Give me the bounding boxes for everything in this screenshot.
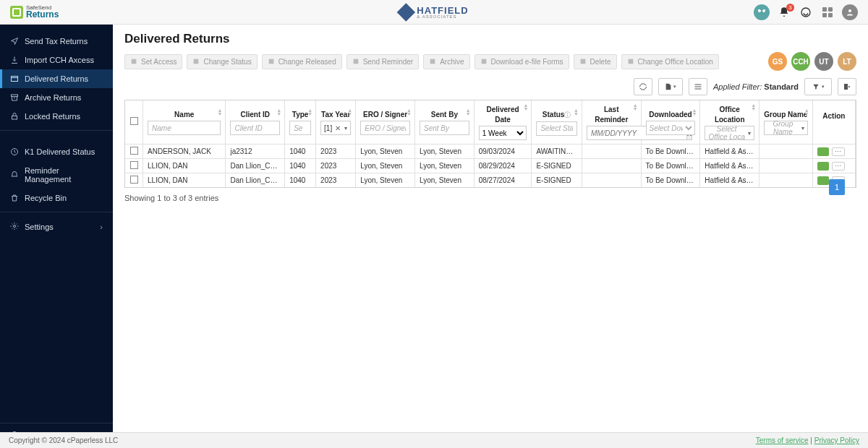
svg-rect-14 bbox=[580, 59, 585, 64]
select-all-checkbox[interactable] bbox=[130, 117, 138, 125]
col-taxyear[interactable]: Tax Year bbox=[321, 111, 350, 119]
showing-text: Showing 1 to 3 of 3 entries bbox=[124, 194, 218, 202]
col-group[interactable]: Group Name bbox=[764, 111, 807, 119]
sidebar: Send Tax ReturnsImport CCH AxcessDeliver… bbox=[0, 25, 113, 448]
col-sentby[interactable]: Sent By bbox=[431, 111, 458, 119]
svg-rect-8 bbox=[132, 59, 137, 64]
support-icon[interactable] bbox=[799, 5, 813, 20]
row-more-icon[interactable]: ⋯ bbox=[832, 162, 845, 171]
col-last-reminder[interactable]: Last Reminder bbox=[595, 105, 628, 124]
sidebar-item-locked-returns[interactable]: Locked Returns bbox=[0, 107, 113, 126]
col-type[interactable]: Type bbox=[292, 111, 309, 119]
cell-office: Hatfield & Associ... bbox=[700, 145, 760, 159]
toolbar-download-e-file-forms[interactable]: Download e-file Forms bbox=[475, 54, 569, 69]
toolbar-change-status[interactable]: Change Status bbox=[187, 54, 257, 69]
sidebar-item-label: Import CCH Axcess bbox=[25, 56, 94, 64]
sidebar-item-label: K1 Delivered Status bbox=[25, 147, 95, 156]
col-status[interactable]: Status bbox=[542, 111, 565, 119]
sidebar-item-import-cch-axcess[interactable]: Import CCH Axcess bbox=[0, 51, 113, 69]
row-action-icon[interactable] bbox=[817, 147, 829, 156]
cell-client: Dan Llion_CCH_1... bbox=[226, 173, 285, 188]
toolbar-send-reminder[interactable]: Send Reminder bbox=[346, 54, 419, 69]
applied-filter: Applied Filter: Standard bbox=[713, 82, 799, 91]
shuffle-icon bbox=[192, 58, 200, 65]
page-1-button[interactable]: 1 bbox=[829, 179, 845, 195]
box-icon bbox=[429, 58, 436, 65]
toolbar-delete[interactable]: Delete bbox=[574, 54, 617, 69]
cell-delivered: 09/03/2024 bbox=[474, 145, 532, 159]
filter-ero[interactable] bbox=[360, 121, 410, 135]
cell-lastreminder bbox=[582, 159, 641, 173]
brand-logo[interactable]: SafeSend Returns bbox=[10, 5, 59, 19]
toolbar-set-access[interactable]: Set Access bbox=[124, 54, 182, 69]
sidebar-settings[interactable]: Settings › bbox=[0, 217, 113, 237]
col-downloaded[interactable]: Downloaded bbox=[649, 111, 692, 119]
sidebar-item-send-tax-returns[interactable]: Send Tax Returns bbox=[0, 32, 113, 51]
sidebar-item-label: Archive Returns bbox=[25, 93, 81, 102]
toolbar-archive[interactable]: Archive bbox=[423, 54, 469, 69]
col-name[interactable]: Name bbox=[174, 111, 194, 119]
table-row[interactable]: ANDERSON, JACKja231210402023Lyon, Steven… bbox=[125, 145, 856, 159]
user-badge-lt[interactable]: LT bbox=[838, 52, 856, 71]
filter-name[interactable] bbox=[148, 121, 221, 135]
filter-button[interactable]: ▾ bbox=[804, 78, 832, 95]
terms-link[interactable]: Terms of service bbox=[756, 436, 809, 444]
copyright: Copyright © 2024 cPaperless LLC bbox=[9, 436, 118, 444]
cell-type: 1040 bbox=[285, 159, 316, 173]
export-button[interactable]: ▾ bbox=[658, 78, 683, 95]
brand-line2: Returns bbox=[26, 10, 59, 19]
user-avatar[interactable] bbox=[842, 4, 858, 20]
topbar: SafeSend Returns HATFIELD & ASSOCIATES 3 bbox=[0, 0, 868, 25]
row-action-icon[interactable] bbox=[817, 176, 829, 185]
col-ero[interactable]: ERO / Signer bbox=[363, 111, 407, 119]
filter-office[interactable]: Select Office Loca▾ bbox=[705, 126, 754, 140]
sidebar-item-delivered-returns[interactable]: Delivered Returns bbox=[0, 69, 113, 88]
row-checkbox[interactable] bbox=[130, 147, 138, 155]
cell-ero: Lyon, Steven bbox=[356, 159, 415, 173]
cell-sentby: Lyon, Steven bbox=[414, 173, 474, 188]
row-more-icon[interactable]: ⋯ bbox=[832, 147, 845, 156]
company-logo: HATFIELD & ASSOCIATES bbox=[399, 5, 468, 19]
table-row[interactable]: LLION, DANDan Llion_CCH_1...10402023Lyon… bbox=[125, 159, 856, 173]
cell-office: Hatfield & Associ... bbox=[700, 173, 760, 188]
apps-icon[interactable] bbox=[820, 5, 835, 20]
sidebar-item-recycle-bin[interactable]: Recycle Bin bbox=[0, 189, 113, 207]
filter-group[interactable]: Group Name▾ bbox=[764, 121, 808, 135]
tag-icon bbox=[268, 58, 275, 65]
notifications-icon[interactable]: 3 bbox=[777, 5, 791, 20]
trash-icon bbox=[579, 58, 587, 65]
assistant-icon[interactable] bbox=[754, 4, 770, 20]
col-delivered[interactable]: Delivered Date bbox=[487, 105, 519, 124]
filter-type[interactable] bbox=[289, 121, 311, 135]
refresh-button[interactable] bbox=[634, 78, 652, 95]
row-action-icon[interactable] bbox=[817, 162, 829, 171]
sidebar-item-reminder-management[interactable]: Reminder Management bbox=[0, 161, 113, 189]
sidebar-item-archive-returns[interactable]: Archive Returns bbox=[0, 88, 113, 107]
table-row[interactable]: LLION, DANDan Llion_CCH_1...10402023Lyon… bbox=[125, 173, 856, 188]
privacy-link[interactable]: Privacy Policy bbox=[814, 436, 859, 444]
columns-button[interactable] bbox=[689, 78, 707, 95]
user-badge-ut[interactable]: UT bbox=[814, 52, 833, 71]
filter-status[interactable] bbox=[536, 121, 576, 136]
filter-sentby[interactable] bbox=[420, 121, 469, 135]
filter-downloaded[interactable]: Select Down bbox=[646, 121, 696, 135]
filter-taxyear[interactable]: [1]✕▾ bbox=[320, 121, 351, 135]
row-checkbox[interactable] bbox=[130, 176, 138, 184]
toolbar-change-released[interactable]: Change Released bbox=[262, 54, 342, 69]
row-checkbox[interactable] bbox=[130, 161, 138, 169]
cell-downloaded: To Be Downloaded bbox=[641, 159, 700, 173]
filter-client[interactable] bbox=[230, 121, 280, 135]
col-client[interactable]: Client ID bbox=[241, 111, 271, 119]
export-right-button[interactable] bbox=[838, 78, 856, 95]
sidebar-item-k1-delivered-status[interactable]: K1 Delivered Status bbox=[0, 142, 113, 161]
cell-status: E-SIGNED bbox=[532, 173, 582, 188]
user-badge-gs[interactable]: GS bbox=[768, 52, 787, 71]
clear-taxyear-icon[interactable]: ✕ bbox=[335, 124, 341, 132]
user-badge-cch[interactable]: CCH bbox=[791, 52, 810, 71]
filter-delivered[interactable]: 1 Week bbox=[479, 126, 527, 140]
settings-label: Settings bbox=[25, 223, 54, 231]
cell-client: ja2312 bbox=[226, 145, 285, 159]
cell-name: ANDERSON, JACK bbox=[143, 145, 226, 159]
toolbar-change-office-location[interactable]: Change Office Location bbox=[621, 54, 719, 69]
col-office[interactable]: Office Location bbox=[715, 105, 745, 124]
